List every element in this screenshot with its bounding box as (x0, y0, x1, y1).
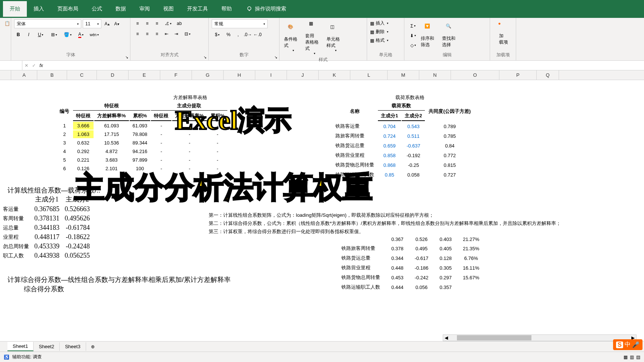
paste-button[interactable]: 📋 (3, 19, 11, 28)
align-top-icon[interactable]: ≡ (133, 19, 142, 28)
sort-filter-button[interactable]: 🔽 排序和筛选 (419, 22, 440, 50)
col-O[interactable]: O (451, 70, 499, 80)
align-dialog-launcher[interactable]: ↘ (202, 54, 208, 60)
merge-button[interactable]: ⊟▾ (182, 30, 193, 38)
font-dialog-launcher[interactable]: ↘ (124, 54, 129, 60)
col-I[interactable]: I (255, 70, 287, 80)
tab-home[interactable]: 开始 (3, 1, 27, 17)
group-label-align: 对齐方式 (133, 52, 205, 59)
fill-button[interactable]: ⬇▾ (407, 32, 419, 40)
fx-cancel-icon[interactable]: ✕ (25, 63, 28, 68)
tab-review[interactable]: 审阅 (133, 1, 157, 17)
italic-button[interactable]: I (25, 31, 33, 39)
format-as-table-button[interactable]: ▦ 套用 表格格式▾ (304, 19, 324, 57)
fx-icon[interactable]: fx (40, 63, 43, 68)
number-format-combo[interactable]: 常规▾ (212, 19, 268, 28)
format-cells-button[interactable]: ▦ 格式 ▾ (370, 37, 401, 44)
group-label-styles: 样式 (282, 57, 364, 64)
col-A[interactable]: A (11, 70, 37, 80)
align-center-icon[interactable]: ≡ (143, 30, 151, 38)
col-D[interactable]: D (97, 70, 129, 80)
insert-cells-button[interactable]: ▦ 插入 ▾ (370, 20, 401, 26)
fx-confirm-icon[interactable]: ✓ (32, 63, 36, 68)
view-break-icon[interactable]: ▤ (636, 355, 640, 360)
col-N[interactable]: N (419, 70, 451, 80)
view-normal-icon[interactable]: ▦ (624, 355, 628, 360)
font-size-combo[interactable]: 11▾ (83, 19, 101, 28)
orientation-button[interactable]: ⦨▾ (162, 19, 174, 28)
weight-table: 0.3670.5260.40321.27%铁路旅客周转量0.3780.4950.… (335, 235, 485, 292)
col-C[interactable]: C (67, 70, 97, 80)
number-dialog-launcher[interactable]: ↘ (273, 54, 278, 60)
view-page-icon[interactable]: ▥ (630, 355, 634, 360)
col-J[interactable]: J (287, 70, 319, 80)
tab-help[interactable]: 帮助 (215, 1, 239, 17)
worksheet-grid[interactable]: 方差解释率表格 编号特征根主成分提取 特征根方差解释率%累积%特征根方差解释率%… (0, 80, 644, 296)
currency-button[interactable]: $▾ (212, 31, 223, 39)
wrap-text-button[interactable]: ab (175, 19, 183, 28)
increase-decimal-icon[interactable]: .0→ (244, 31, 252, 39)
tab-view[interactable]: 视图 (157, 1, 180, 17)
cell-styles-icon: ◫ (330, 24, 341, 35)
bold-button[interactable]: B (14, 31, 22, 39)
comma-button[interactable]: , (234, 31, 242, 39)
col-G[interactable]: G (192, 70, 224, 80)
tab-insert[interactable]: 插入 (27, 1, 51, 17)
underline-button[interactable]: U▾ (35, 31, 46, 39)
conditional-format-button[interactable]: 🎨 条件格式▾ (282, 19, 303, 57)
table-format-icon: ▦ (309, 21, 319, 31)
col-L[interactable]: L (350, 70, 388, 80)
align-left-icon[interactable]: ≡ (133, 30, 142, 38)
cell-styles-button[interactable]: ◫ 单元格样式▾ (325, 19, 345, 57)
decrease-font-icon[interactable]: A▾ (113, 20, 121, 28)
font-color-button[interactable]: A▾ (75, 31, 86, 39)
indent-decrease-icon[interactable]: ⇤ (162, 30, 171, 38)
decrease-decimal-icon[interactable]: ←.0 (253, 31, 262, 39)
col-P[interactable]: P (499, 70, 537, 80)
addins-button[interactable]: ● 加 载项 (493, 19, 514, 47)
col-B[interactable]: B (37, 70, 67, 80)
horizontal-scrollbar[interactable]: ◀ ▶ (443, 334, 637, 341)
col-K[interactable]: K (319, 70, 350, 80)
align-bottom-icon[interactable]: ≡ (153, 19, 161, 28)
col-H[interactable]: H (224, 70, 255, 80)
find-select-button[interactable]: 🔍 查找和选择 (441, 22, 461, 50)
autosum-button[interactable]: Σ▾ (407, 22, 419, 30)
sheet-tab-2[interactable]: Sheet2 (34, 342, 60, 351)
col-F[interactable]: F (160, 70, 192, 80)
col-E[interactable]: E (129, 70, 160, 80)
delete-cells-button[interactable]: ▦ 删除 ▾ (370, 29, 401, 35)
ime-indicator[interactable]: S 中 🎤 (613, 339, 643, 350)
phonetic-button[interactable]: wén▾ (89, 31, 100, 39)
indent-increase-icon[interactable]: ⇥ (172, 30, 180, 38)
align-middle-icon[interactable]: ≡ (143, 19, 151, 28)
accessibility-icon[interactable]: ♿ (4, 355, 9, 360)
tab-formulas[interactable]: 公式 (85, 1, 109, 17)
tab-developer[interactable]: 开发工具 (180, 1, 215, 17)
font-name-combo[interactable]: 宋体▾ (14, 19, 81, 28)
col-Q[interactable]: Q (537, 70, 559, 80)
ribbon-panel: 📋 宋体▾ 11▾ A▴ A▾ B I U▾ ⊞▾ 🪣▾ A▾ wén▾ 字体 … (0, 18, 644, 61)
sort-filter-icon: 🔽 (424, 23, 435, 34)
tell-me-search[interactable]: 操作说明搜索 (246, 6, 286, 12)
variance-table: 编号特征根主成分提取 特征根方差解释率%累积%特征根方差解释率%累积% 13.6… (56, 101, 228, 173)
name-box[interactable] (0, 61, 22, 70)
clear-button[interactable]: ◇▾ (407, 41, 419, 50)
add-sheet-button[interactable]: ⊕ (88, 342, 97, 351)
sheet-tab-3[interactable]: Sheet3 (60, 342, 86, 351)
align-right-icon[interactable]: ≡ (153, 30, 161, 38)
select-all-corner[interactable] (0, 70, 11, 80)
percent-button[interactable]: % (224, 31, 233, 39)
scroll-thumb[interactable] (457, 335, 531, 340)
scroll-left-icon[interactable]: ◀ (443, 335, 449, 340)
tab-data[interactable]: 数据 (109, 1, 133, 17)
col-M[interactable]: M (388, 70, 419, 80)
increase-font-icon[interactable]: A▴ (103, 20, 111, 28)
fill-color-button[interactable]: 🪣▾ (62, 31, 73, 39)
accessibility-status: 辅助功能: 调查 (12, 354, 42, 360)
sheet-tab-1[interactable]: Sheet1 (7, 342, 34, 351)
svg-point-0 (248, 7, 251, 10)
th-pca-group: 主成分提取 (151, 101, 227, 111)
borders-button[interactable]: ⊞▾ (48, 31, 60, 39)
tab-layout[interactable]: 页面布局 (51, 1, 85, 17)
